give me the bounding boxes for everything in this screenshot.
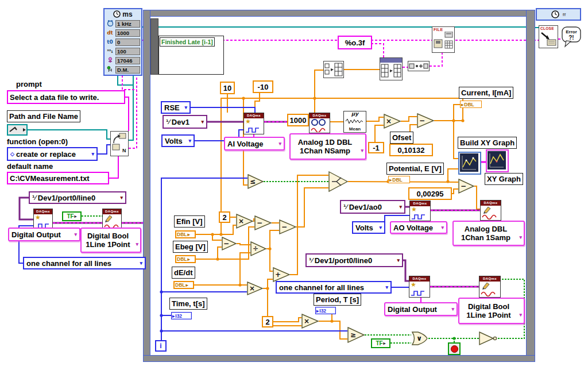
timed-loop-name-value[interactable]: D.M. [115,66,140,74]
daqmx-write-do-right-icon[interactable]: DAQmx [479,276,501,298]
digital-left-channel-dropdown[interactable]: ⅟ Dev1/port0/line0 ▾ [29,191,126,204]
time-i32-terminal[interactable]: ▸I32 [171,312,192,319]
high-limit-constant[interactable]: 10 [220,82,235,94]
timed-loop-border-top[interactable] [143,10,535,17]
finished-late-box[interactable]: Finished Late [i-1] [158,36,224,75]
ai-units-dropdown[interactable]: Volts ▾ [161,134,195,147]
divide-operator[interactable]: ÷ [250,241,266,256]
ao-offset-constant[interactable]: 0,00295 [408,187,452,200]
select-function[interactable] [328,171,348,192]
time-indicator-label: Time, t[s] [169,298,207,310]
timed-loop-border-right[interactable] [526,10,535,362]
gain-constant[interactable]: -1 [368,142,384,153]
path-control[interactable] [7,124,28,136]
build-array-icon[interactable] [323,61,344,78]
terminal-config-dropdown[interactable]: RSE ▾ [161,101,191,114]
period-i32-terminal[interactable]: ▸I32 [315,307,336,314]
timed-loop-row-processor[interactable]: 17046 [105,56,141,65]
svg-text:−: − [223,240,229,248]
close-file-icon[interactable]: CLOSE [539,25,558,48]
digital-right-grouping-dropdown[interactable]: one channel for all lines ▾ [276,281,392,294]
timed-loop-processor-value[interactable]: 17046 [115,57,140,64]
multiply-operator-3[interactable]: × [247,282,263,295]
ao-write-mode-dropdown[interactable]: Analog DBL 1Chan 1Samp ▾ [452,221,525,246]
daqmx-create-channel-ao-icon[interactable]: DAQmx ★ [409,201,431,221]
ao-channel-dropdown[interactable]: ⅟ Dev1/ao0 ▾ [340,200,405,214]
greater-equal-operator[interactable]: ≥ [347,327,365,343]
ao-units-dropdown[interactable]: Volts ▾ [352,221,385,234]
multiply-operator-2[interactable]: × [236,214,253,229]
digital-right-channel-dropdown[interactable]: ⅟ Dev1/port0/line0 ▾ [305,253,403,267]
daqmx-create-channel-do-right-icon[interactable]: DAQmx ★ [409,276,430,298]
timed-loop-border-bottom[interactable] [143,355,535,362]
timed-loop-input-node[interactable]: ms 1 kHz dt 1000 t0 0 ³²₁ 100 17046 D.M. [103,8,142,76]
efin-dbl-terminal[interactable]: DBL▸ [175,230,196,238]
default-name-constant[interactable]: C:\CVMeasurement.txt [7,172,109,184]
ai-read-mode-dropdown[interactable]: Analog 1D DBL 1Chan NSamp ▾ [289,133,366,160]
timed-loop-source-value[interactable]: 1 kHz [115,20,140,28]
number-to-string-array-icon[interactable] [380,57,403,80]
ai-device-dropdown[interactable]: ⅟ Dev1 ▾ [163,115,207,129]
add-operator[interactable]: + [273,267,290,282]
structure-name-icon [106,66,114,74]
build-xy-graph-icon[interactable] [458,152,481,175]
subtract-operator-3[interactable]: − [279,219,296,234]
timed-loop-row-offset[interactable]: t0 0 [105,37,141,47]
function-value: create or replace [16,150,76,159]
open-create-replace-file-icon[interactable]: N [110,131,129,156]
low-limit-constant[interactable]: -10 [253,80,273,93]
potential-dbl-terminal[interactable]: ▸DBL [388,176,410,183]
true-constant-left[interactable]: TF▸ [62,211,82,221]
multiply-operator[interactable]: × [384,114,401,129]
multiply-operator-4[interactable]: × [301,314,319,329]
dedt-dbl-terminal[interactable]: DBL▸ [173,281,194,289]
subtract-operator[interactable]: − [417,113,434,128]
timed-loop-period-value[interactable]: 1000 [115,29,140,37]
two-constant-a[interactable]: 2 [219,211,230,223]
not-operator[interactable] [479,332,497,345]
timed-loop-row-source[interactable]: 1 kHz [105,19,141,28]
timed-loop-row-period[interactable]: dt 1000 [105,28,141,37]
digital-left-mode-dropdown[interactable]: Digital Output ▾ [8,228,80,241]
digital-left-grouping-dropdown[interactable]: one channel for all lines ▾ [23,257,146,269]
or-operator[interactable]: ∨ [411,331,428,346]
prompt-string-constant[interactable]: Select a data file to write. [7,90,125,104]
timed-loop-offset-value[interactable]: 0 [115,38,140,46]
timed-loop-priority-value[interactable]: 100 [115,48,140,55]
concatenate-strings-icon[interactable] [408,61,430,71]
subtract-operator-ao[interactable]: − [458,179,474,194]
digital-right-write-type-dropdown[interactable]: Digital Bool 1Line 1Point ▾ [458,298,525,324]
samples-constant[interactable]: 1000 [287,114,309,126]
iteration-terminal[interactable]: i [155,340,167,352]
svg-text:−: − [257,219,262,227]
stop-button-terminal[interactable] [448,342,461,355]
timed-loop-output-node[interactable]: ff [536,8,581,21]
function-dropdown[interactable]: ◇ create or replace ▾ [7,147,98,161]
timed-loop-row-name[interactable]: D.M. [105,65,141,74]
format-string-constant[interactable]: %o.3f [338,36,372,49]
timed-loop-row-priority[interactable]: ³²₁ 100 [105,47,141,56]
clock-source-icon [106,20,114,28]
less-equal-operator[interactable]: ≤ [247,174,264,189]
subtract-operator-2[interactable]: − [254,215,272,230]
digital-right-mode-dropdown[interactable]: Digital Output ▾ [384,302,458,316]
subtract-operator-4[interactable]: − [222,237,237,250]
ai-measurement-dropdown[interactable]: AI Voltage ▾ [224,137,285,151]
write-to-file-icon[interactable]: FILE [432,26,455,53]
digital-left-write-type-dropdown[interactable]: Digital Bool 1Line 1Point ▾ [80,228,141,253]
daqmx-write-ao-icon[interactable]: DAQmx [480,200,501,221]
io-glyph: ⅟ [32,194,36,202]
daqmx-read-icon[interactable]: DAQmx [309,113,330,133]
two-constant-b[interactable]: 2 [262,316,273,327]
timed-loop-left-data-node[interactable] [150,18,158,75]
xy-graph-terminal-icon[interactable] [486,149,509,172]
ao-measurement-dropdown[interactable]: AO Voltage ▾ [390,221,447,234]
timed-loop-border-left[interactable] [143,10,150,362]
current-dbl-terminal[interactable]: ▸DBL [460,101,482,108]
daqmx-create-channel-ai-icon[interactable]: DAQmx ★ [243,113,264,134]
error-handler-icon[interactable]: Error ?! [562,26,581,48]
mean-vi-icon[interactable]: μy Mean [343,111,366,133]
boolean-constant-bottom[interactable]: TF▸ [371,338,390,348]
ebeg-dbl-terminal[interactable]: DBL▸ [175,255,196,263]
offset-constant[interactable]: 0,10132 [389,144,433,156]
